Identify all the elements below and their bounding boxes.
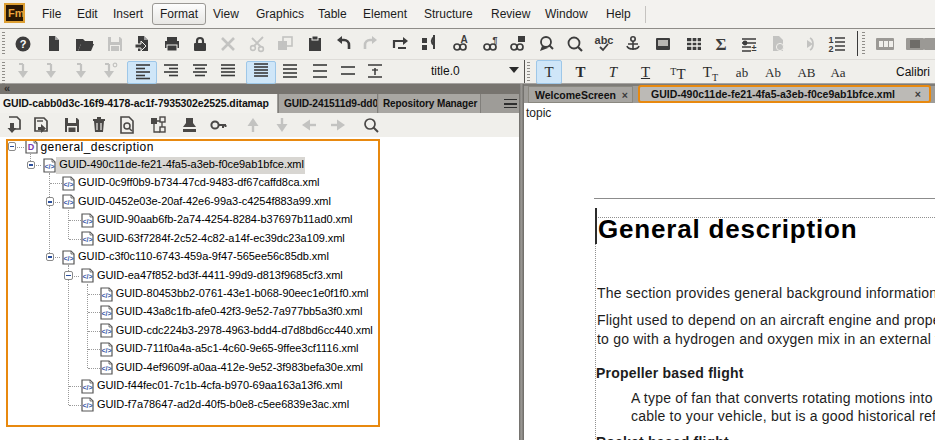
svg-text:</>: </> (45, 162, 55, 169)
svg-text:</>: </> (82, 273, 92, 280)
svg-text:A: A (460, 35, 467, 45)
svg-text:abc: abc (595, 35, 614, 46)
svg-text:±: ± (752, 43, 757, 53)
svg-text:</>: </> (101, 328, 111, 335)
svg-text:D: D (27, 142, 34, 152)
svg-text:</>: </> (101, 346, 111, 353)
svg-text:Σ: Σ (715, 35, 726, 53)
svg-text:</>: </> (101, 309, 111, 316)
svg-text:</>: </> (64, 199, 74, 206)
svg-text:?: ? (20, 38, 27, 50)
svg-text:¶: ¶ (492, 35, 497, 45)
svg-text:</>: </> (101, 291, 111, 298)
svg-text:</>: </> (64, 180, 74, 187)
svg-text:2: 2 (828, 44, 833, 53)
svg-text:</>: </> (82, 383, 92, 390)
svg-text:</>: </> (64, 254, 74, 261)
svg-text:</>: </> (101, 365, 111, 372)
svg-text:</>: </> (82, 236, 92, 243)
svg-text:</>: </> (82, 217, 92, 224)
svg-text:</>: </> (82, 402, 92, 409)
